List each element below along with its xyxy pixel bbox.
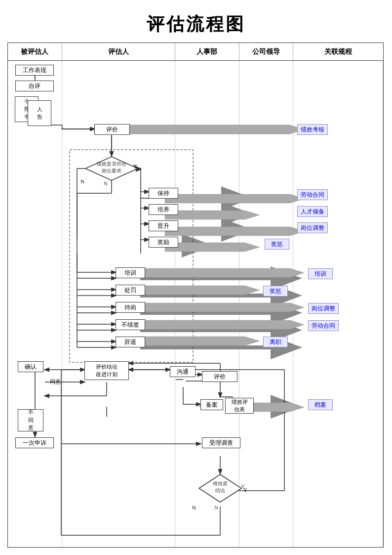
eval-conclusion-box: 评价结论 改进计划 <box>84 361 129 380</box>
col-header-3: 人事部 <box>175 43 239 60</box>
col-header-1: 被评估人 <box>8 43 62 60</box>
reward-box: 奖励 <box>149 237 178 248</box>
link-award[interactable]: 奖惩 <box>265 239 289 250</box>
y-label-1: Y <box>134 164 138 170</box>
disagree-box: 不 同 意 <box>18 409 43 431</box>
link-training[interactable]: 培训 <box>308 268 333 279</box>
doc-shape: 个 报 书 人 告 <box>14 96 63 124</box>
page-title: 评估流程图 <box>7 5 385 43</box>
link-labor-contract[interactable]: 劳动合同 <box>297 189 328 200</box>
link-perf-review[interactable]: 绩效考核 <box>297 124 328 135</box>
training-box: 培训 <box>116 267 145 278</box>
maintain-conclusion-diamond: 维持原 结论 <box>198 473 242 503</box>
link-leave[interactable]: 离职 <box>263 337 288 347</box>
link-penalty[interactable]: 奖惩 <box>263 286 288 297</box>
column-headers: 被评估人 评估人 人事部 公司领导 关联规程 <box>8 43 383 61</box>
work-performance-box: 工作表现 <box>15 65 54 76</box>
maintain-box: 保持 <box>149 188 178 199</box>
lane-4 <box>239 61 294 547</box>
flowchart-container: 被评估人 评估人 人事部 公司领导 关联规程 <box>7 43 384 548</box>
svg-text:绩效是否符合: 绩效是否符合 <box>97 161 126 167</box>
page: 评估流程图 被评估人 评估人 人事部 公司领导 关联规程 <box>0 0 392 555</box>
lane-1 <box>8 61 62 547</box>
evaluate2-box: 评价 <box>202 371 237 382</box>
y-label-2: Y <box>243 487 247 493</box>
confirm-box: 确认 <box>18 361 43 372</box>
col-header-5: 关联规程 <box>293 43 383 60</box>
n-label-1: N <box>80 178 84 184</box>
penalty-box: 处罚 <box>116 285 145 296</box>
content-area: Y N <box>8 61 383 547</box>
communicate-box: 沟通 <box>170 366 196 377</box>
link-position-adjust2[interactable]: 岗位调整 <box>308 303 339 314</box>
col-header-4: 公司领导 <box>239 43 294 60</box>
self-eval-box: 自评 <box>15 81 54 91</box>
link-archive[interactable]: 档案 <box>308 399 333 410</box>
performance-diamond: 绩效是否符合 岗位要求 <box>84 156 139 181</box>
link-talent-reserve[interactable]: 人才储备 <box>297 206 328 217</box>
link-labor-contract2[interactable]: 劳动合同 <box>308 320 339 331</box>
col-header-2: 评估人 <box>62 43 175 60</box>
svg-text:岗位要求: 岗位要求 <box>102 168 121 173</box>
norenew-box: 不续签 <box>116 319 145 330</box>
standby-box: 待岗 <box>116 302 145 313</box>
promote-box: 晋升 <box>149 220 178 231</box>
handle-invest-box: 受理调查 <box>202 437 240 448</box>
one-appeal-box: 一次申诉 <box>15 437 54 448</box>
resign-box: 辞退 <box>116 337 145 347</box>
link-position-adjust[interactable]: 岗位调整 <box>297 222 328 233</box>
file-box: 备案 <box>200 399 223 410</box>
svg-text:结论: 结论 <box>215 488 225 493</box>
svg-text:维持原: 维持原 <box>213 481 228 486</box>
n-label-2: N <box>192 505 196 511</box>
perf-eval-form-box: 绩效评 估表 <box>225 398 254 414</box>
train-pos-box: 培养 <box>149 204 178 215</box>
evaluate-box: 评价 <box>94 124 130 135</box>
agree-label: 同意 <box>50 378 61 385</box>
